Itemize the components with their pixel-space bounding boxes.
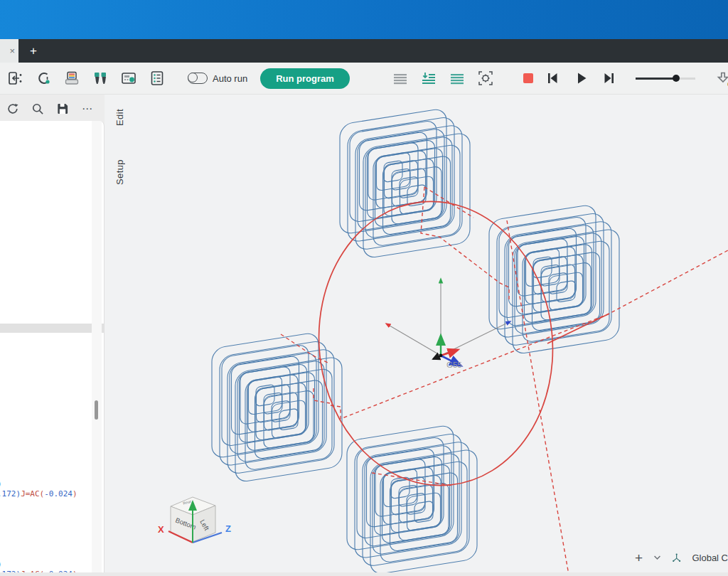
probe-cycle-button[interactable] — [34, 69, 53, 87]
gcode-panel-toolbar: ⋯ — [0, 97, 105, 120]
auto-run-toggle[interactable]: Auto run — [188, 73, 247, 84]
slider-track-filled — [636, 78, 676, 80]
panel-scrollbar[interactable] — [92, 121, 102, 572]
gcode-fragment: ) — [0, 479, 2, 489]
control-panel-button[interactable] — [119, 69, 138, 87]
add-csys-button[interactable]: + — [635, 551, 643, 565]
cube-axis-z-label: Z — [225, 523, 231, 534]
scrollbar-thumb[interactable] — [95, 400, 98, 420]
program-list-button[interactable] — [148, 69, 166, 87]
main-toolbar: Auto run Run program — [0, 63, 728, 95]
toolpath-cluster — [347, 420, 477, 576]
toolpath-clusters — [212, 104, 619, 576]
csys-triad-icon — [672, 552, 681, 564]
dashed-gear-icon — [477, 70, 494, 87]
toggle-icon — [188, 73, 208, 84]
magnet-icon — [35, 70, 52, 87]
new-tab-button[interactable]: + — [24, 39, 43, 63]
program-list-icon — [149, 70, 166, 87]
machine-axes: G55 — [386, 279, 510, 369]
selection-settings-button[interactable] — [476, 69, 495, 87]
code-lines-button[interactable] — [448, 69, 466, 87]
lines-view-button[interactable] — [391, 69, 410, 87]
arrow-into-lines-icon — [420, 70, 437, 87]
tab-strip: × + — [0, 39, 728, 63]
gcode-panel: ⋯ ) .172)J=AC(-0.024) ) .172)J=AC(-0.024… — [0, 95, 105, 572]
load-program-button[interactable] — [6, 69, 24, 87]
stop-button[interactable] — [523, 73, 533, 83]
window-bottom-edge — [0, 572, 728, 576]
tools-button[interactable] — [91, 69, 109, 87]
coordinate-system-bar: + Global C — [635, 548, 728, 567]
teal-lines-icon — [449, 70, 466, 87]
goto-line-button[interactable] — [419, 69, 438, 87]
tab-edit[interactable]: Edit — [114, 109, 125, 126]
save-button[interactable] — [55, 101, 70, 117]
play-icon — [572, 70, 589, 87]
gcs-label: G55 — [446, 361, 462, 369]
view-cube[interactable]: Bottom Left Rear X Z — [158, 497, 231, 543]
close-tab-icon[interactable]: × — [9, 46, 15, 55]
control-panel-icon — [120, 70, 137, 87]
gcode-line: .172)J=AC(-0.024) — [0, 489, 77, 498]
gcode-fragment: ) — [0, 560, 2, 569]
tool-holders-icon — [92, 70, 109, 87]
save-icon — [55, 102, 70, 116]
gcode-listing[interactable]: ) .172)J=AC(-0.024) ) .172)J=AC(-0.024) — [0, 121, 105, 572]
tab-setup[interactable]: Setup — [114, 159, 125, 185]
speed-slider[interactable] — [636, 69, 695, 87]
document-tab[interactable]: × — [0, 39, 18, 63]
skip-to-end-button[interactable] — [600, 69, 619, 87]
search-icon — [31, 102, 45, 116]
feed-moves — [305, 190, 609, 497]
skip-to-start-button[interactable] — [543, 69, 562, 87]
more-options-button[interactable]: ⋯ — [80, 101, 95, 117]
machine-icon — [63, 70, 80, 87]
run-program-button[interactable]: Run program — [260, 68, 350, 89]
skip-back-icon — [544, 70, 561, 87]
reload-button[interactable] — [5, 101, 21, 117]
cube-axis-x-label: X — [158, 524, 164, 535]
auto-run-label: Auto run — [213, 73, 247, 84]
slider-knob[interactable] — [673, 75, 680, 82]
list-lines-icon — [392, 70, 409, 87]
refresh-icon — [6, 102, 20, 116]
csys-selector[interactable]: Global C — [692, 553, 728, 563]
machine-setup-button[interactable] — [63, 69, 81, 87]
chevron-down-icon[interactable] — [653, 554, 661, 561]
hollow-down-arrow-icon — [714, 70, 728, 87]
download-changes-button[interactable] — [714, 69, 728, 87]
import-program-icon — [6, 70, 23, 87]
toolpath-cluster — [340, 104, 470, 262]
skip-forward-icon — [601, 70, 618, 87]
search-button[interactable] — [30, 101, 46, 117]
window-titlebar — [0, 0, 728, 39]
toolpath-cluster — [212, 328, 342, 486]
play-button[interactable] — [572, 69, 590, 87]
highlighted-line — [0, 324, 104, 333]
